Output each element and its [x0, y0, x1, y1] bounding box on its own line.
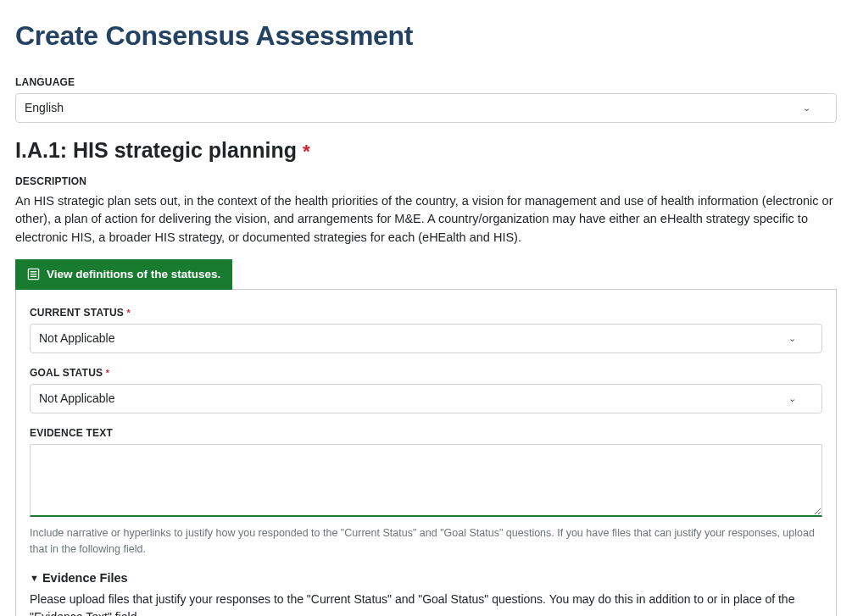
required-marker: *	[127, 308, 131, 318]
current-status-value: Not Applicable	[39, 330, 115, 347]
view-definitions-label: View definitions of the statuses.	[47, 266, 220, 283]
language-select[interactable]: English ⌄	[15, 93, 837, 123]
current-status-select[interactable]: Not Applicable ⌄	[30, 324, 822, 353]
goal-status-label-text: GOAL STATUS	[30, 367, 103, 379]
language-label: LANGUAGE	[15, 75, 837, 90]
goal-status-label: GOAL STATUS *	[30, 365, 822, 380]
section-title-text: I.A.1: HIS strategic planning	[15, 138, 297, 162]
evidence-text-input[interactable]	[30, 444, 822, 517]
description-text: An HIS strategic plan sets out, in the c…	[15, 192, 837, 247]
goal-status-value: Not Applicable	[39, 390, 115, 408]
language-select-value: English	[25, 99, 64, 117]
current-status-label-text: CURRENT STATUS	[30, 307, 124, 319]
evidence-text-help: Include narrative or hyperlinks to justi…	[30, 525, 822, 558]
goal-status-select[interactable]: Not Applicable ⌄	[30, 384, 822, 413]
evidence-files-toggle[interactable]: ▼ Evidence Files	[30, 569, 822, 588]
caret-down-icon: ▼	[30, 571, 39, 585]
page-title: Create Consensus Assessment	[15, 15, 837, 56]
status-panel: CURRENT STATUS * Not Applicable ⌄ GOAL S…	[15, 289, 837, 616]
evidence-files-header: Evidence Files	[42, 569, 128, 588]
list-icon	[27, 268, 40, 280]
section-title: I.A.1: HIS strategic planning *	[15, 135, 837, 167]
chevron-down-icon: ⌄	[788, 391, 796, 406]
view-definitions-button[interactable]: View definitions of the statuses.	[15, 259, 232, 290]
description-label: DESCRIPTION	[15, 174, 837, 189]
chevron-down-icon: ⌄	[803, 101, 810, 115]
chevron-down-icon: ⌄	[788, 331, 796, 346]
required-marker: *	[303, 141, 310, 162]
current-status-label: CURRENT STATUS *	[30, 305, 822, 320]
required-marker: *	[106, 368, 109, 378]
evidence-text-label: EVIDENCE TEXT	[30, 425, 822, 441]
evidence-files-description: Please upload files that justify your re…	[30, 591, 822, 616]
